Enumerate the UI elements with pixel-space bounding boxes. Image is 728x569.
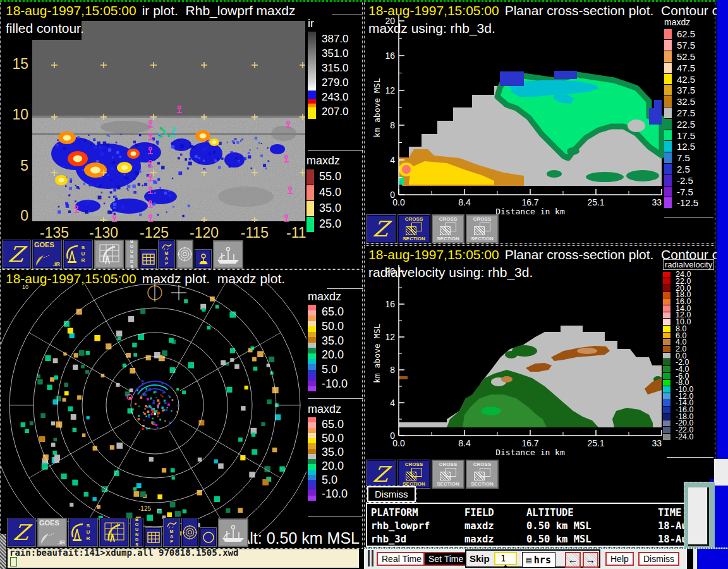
colorbar-entry: 17.5 — [664, 130, 698, 141]
grid-overlay-button[interactable] — [145, 527, 162, 547]
map-overlay-button[interactable]: MAP — [158, 240, 175, 269]
range-rings-button[interactable] — [176, 240, 193, 269]
svg-text:25.1: 25.1 — [587, 197, 604, 207]
step-forward-button[interactable]: → — [583, 552, 598, 568]
colorbar-entry: 55.0 — [306, 169, 341, 185]
bounds-button[interactable]: BOUNDS — [130, 518, 143, 547]
skip-stepper-caret[interactable] — [503, 565, 508, 568]
colorbar-entry: 32.5 — [664, 96, 698, 107]
real-time-button[interactable]: Real Time — [377, 552, 427, 566]
help-button[interactable]: Help — [605, 552, 634, 566]
timestamp: 18-aug-1997,15:05:00 — [368, 247, 499, 262]
sur-radar-button[interactable]: SUR — [63, 240, 93, 269]
svg-text:8: 8 — [390, 365, 395, 375]
table-row: rhb_3dmaxdz0.50 km MSL18-Aug-97,15:01:24 — [371, 533, 686, 546]
plot-title: ir plot. Rhb_lowprf maxdz — [142, 3, 296, 18]
colorbar-swatch — [663, 339, 670, 345]
goes-ir-button[interactable]: GOES .IR — [32, 240, 62, 269]
cross-section-button[interactable]: CROSS SECTION — [432, 460, 464, 489]
cross-section-button[interactable]: CROSS SECTION — [432, 214, 464, 243]
map-overlay-button[interactable]: MAP — [163, 518, 180, 547]
plot-title: Planar cross-section plot. Contour of — [505, 3, 724, 18]
radar-grid-button[interactable] — [99, 518, 129, 547]
colorbar-value: 25.0 — [319, 217, 341, 231]
set-time-button[interactable]: Set Time — [423, 552, 468, 566]
plot-title-line2: radialvelocity using: rhb_3d. — [368, 265, 533, 280]
colorbar-entry: 42.5 — [664, 73, 698, 85]
colorbar-swatch — [664, 107, 672, 118]
bounds-button[interactable]: BOUNDS — [125, 240, 138, 269]
colorbar-swatch — [663, 278, 670, 284]
colorbar-value: 315.0 — [322, 61, 349, 75]
cross-section-button-active[interactable]: CROSS SECTION — [397, 214, 430, 243]
colorbar-swatch — [663, 427, 670, 433]
colorbar-label: maxdz — [664, 17, 698, 27]
terminal-window[interactable]: rain:beaufait:141>xdump.all 970818.1505.… — [8, 549, 359, 568]
svg-text:km above MSL: km above MSL — [372, 78, 382, 137]
colorbar-swatch — [663, 413, 670, 420]
plot-title-line2: filled contour. — [6, 21, 84, 36]
step-back-button[interactable]: ← — [565, 552, 581, 568]
table-cell: maxdz — [464, 533, 526, 546]
colorbar-value: -12.5 — [677, 197, 698, 208]
svg-text:25.1: 25.1 — [587, 438, 604, 448]
scrollbar-track[interactable] — [684, 482, 715, 548]
goes-ir-button[interactable]: GOES .IR — [37, 518, 67, 547]
y-tick-0: 0 — [6, 207, 28, 224]
ship-track-button[interactable] — [213, 240, 243, 269]
table-cell: 0.50 km MSL — [526, 533, 658, 546]
circle-overlay-button[interactable] — [200, 527, 217, 547]
cross-section-toolbar: Z CROSS SECTION CROSS SECTION CROSS SECT… — [366, 460, 500, 489]
cross-section-button[interactable]: CROSS SECTION — [466, 460, 499, 489]
plot-title-line2: maxdz using: rhb_3d. — [368, 21, 495, 36]
satellite-map-plot[interactable] — [31, 20, 305, 222]
ship-track-button[interactable] — [218, 518, 248, 547]
dismiss-button[interactable]: Dismiss — [638, 552, 679, 566]
skip-value-field[interactable]: 1 — [494, 552, 517, 565]
colorbar-swatch — [663, 272, 670, 278]
ppi-radar-plot[interactable] — [1, 283, 306, 535]
colorbar-value: 12.5 — [677, 141, 695, 152]
window-resize-strip — [0, 534, 6, 569]
colorbar-swatch — [663, 366, 670, 372]
colorbar-label: maxdz — [308, 290, 348, 303]
zebra-home-button[interactable]: Z — [366, 460, 396, 489]
colorbar-entry: 6.0 — [663, 332, 714, 339]
goes-ir-satellite-icon: GOES .IR — [38, 518, 66, 546]
panel-ppi-title: 18-aug-1997,15:05:00maxdz plot. maxdz pl… — [6, 271, 285, 286]
colorbar-swatch — [664, 187, 672, 197]
range-rings-button[interactable] — [181, 518, 198, 547]
grid-overlay-button[interactable] — [140, 249, 157, 269]
colorbar-swatch — [664, 164, 672, 174]
colorbar-swatch — [663, 407, 670, 413]
cross-section-button[interactable]: CROSS SECTION — [466, 214, 499, 243]
ship-icon — [220, 523, 246, 543]
colorbar-value: -10.0 — [322, 377, 348, 391]
colorbar-entry: 52.5 — [664, 51, 698, 63]
colorbar-entry: 57.5 — [664, 40, 698, 51]
table-cell: 0.50 km MSL — [526, 520, 658, 533]
svg-text:12: 12 — [385, 85, 395, 95]
colorbar-swatch — [663, 373, 670, 379]
hours-units-button[interactable]: ▤hrs — [522, 552, 555, 568]
zebra-home-button[interactable]: Z — [366, 214, 396, 243]
dismiss-popup-button[interactable]: Dismiss — [367, 486, 416, 502]
table-header-row: PLATFORMFIELDALTITUDETIME — [371, 506, 686, 520]
colorbar-entry: 47.5 — [664, 62, 698, 73]
buoy-overlay-button[interactable] — [195, 249, 212, 269]
svg-text:16: 16 — [385, 299, 395, 309]
ship-icon — [215, 245, 241, 265]
zebra-home-button[interactable]: Z — [2, 240, 31, 269]
colorbar-swatch — [664, 51, 672, 62]
scrollbar-thumb[interactable] — [688, 487, 709, 546]
zebra-home-button[interactable]: Z — [7, 518, 36, 547]
colorbar-swatch — [663, 346, 670, 352]
colorbar-entry: 22.5 — [664, 118, 698, 130]
sur-radar-button[interactable]: SUR — [68, 518, 98, 547]
colorbar-maxdz: maxdz 62.557.552.547.542.537.532.527.522… — [664, 17, 698, 209]
cross-section-button-active[interactable]: CROSS SECTION — [397, 460, 430, 489]
timestamp: 18-aug-1997,15:05:00 — [368, 3, 499, 18]
colorbar-maxdz-1: maxdz 65.050.035.020.05.0-10.0 — [308, 290, 348, 391]
radar-grid-button[interactable] — [94, 240, 124, 269]
zebra-logo-icon: Z — [7, 242, 25, 267]
